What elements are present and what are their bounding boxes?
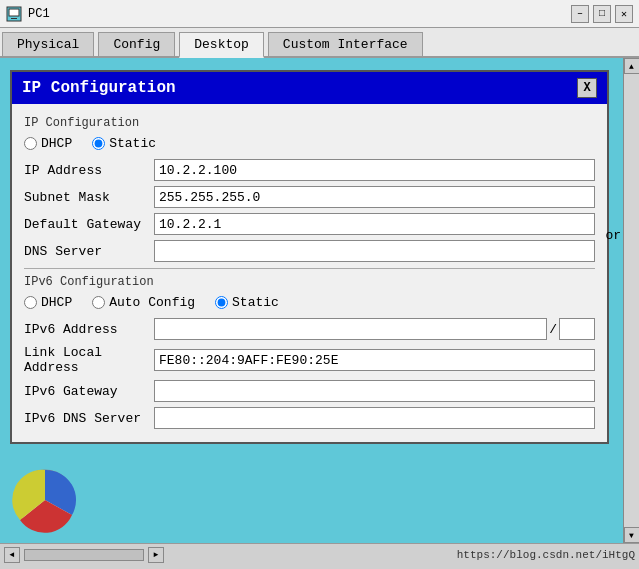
default-gateway-label: Default Gateway <box>24 217 154 232</box>
dialog-title-bar: IP Configuration X <box>12 72 607 104</box>
or-label: or <box>605 228 621 243</box>
tab-custom-interface[interactable]: Custom Interface <box>268 32 423 56</box>
status-scroll-right-button[interactable]: ► <box>148 547 164 563</box>
ipv4-radio-row: DHCP Static <box>24 136 595 151</box>
ip-address-input[interactable] <box>154 159 595 181</box>
subnet-mask-label: Subnet Mask <box>24 190 154 205</box>
close-button[interactable]: ✕ <box>615 5 633 23</box>
ipv6-gateway-row: IPv6 Gateway <box>24 380 595 402</box>
title-bar: PC1 – □ ✕ <box>0 0 639 28</box>
minimize-button[interactable]: – <box>571 5 589 23</box>
scroll-down-button[interactable]: ▼ <box>624 527 640 543</box>
dns-server-input[interactable] <box>154 240 595 262</box>
ip-address-row: IP Address <box>24 159 595 181</box>
pie-chart <box>10 465 80 535</box>
ipv4-dhcp-option[interactable]: DHCP <box>24 136 72 151</box>
ipv6-radio-row: DHCP Auto Config Static <box>24 295 595 310</box>
section-divider <box>24 268 595 269</box>
ipv6-autoconfig-option[interactable]: Auto Config <box>92 295 195 310</box>
ipv6-slash: / <box>547 322 559 337</box>
tab-bar: Physical Config Desktop Custom Interface <box>0 28 639 58</box>
svg-rect-1 <box>9 9 19 16</box>
tab-physical[interactable]: Physical <box>2 32 94 56</box>
ip-address-label: IP Address <box>24 163 154 178</box>
ipv6-dhcp-radio[interactable] <box>24 296 37 309</box>
ipv4-dhcp-label: DHCP <box>41 136 72 151</box>
status-url: https://blog.csdn.net/iHtgQ <box>457 549 635 561</box>
ipv6-static-label: Static <box>232 295 279 310</box>
dialog-body: IP Configuration DHCP Static IP Address … <box>12 104 607 442</box>
tab-config[interactable]: Config <box>98 32 175 56</box>
ipv6-dns-server-label: IPv6 DNS Server <box>24 411 154 426</box>
default-gateway-input[interactable] <box>154 213 595 235</box>
ipv6-autoconfig-radio[interactable] <box>92 296 105 309</box>
ipv6-dhcp-label: DHCP <box>41 295 72 310</box>
dns-server-row: DNS Server <box>24 240 595 262</box>
ipv6-static-option[interactable]: Static <box>215 295 279 310</box>
ipv4-dhcp-radio[interactable] <box>24 137 37 150</box>
status-scroll-left-button[interactable]: ◄ <box>4 547 20 563</box>
status-scroll-track[interactable] <box>24 549 144 561</box>
dns-server-label: DNS Server <box>24 244 154 259</box>
link-local-address-row: Link Local Address <box>24 345 595 375</box>
ipv6-autoconfig-label: Auto Config <box>109 295 195 310</box>
default-gateway-row: Default Gateway <box>24 213 595 235</box>
ipv6-static-radio[interactable] <box>215 296 228 309</box>
dialog-close-button[interactable]: X <box>577 78 597 98</box>
scroll-track[interactable] <box>624 74 639 527</box>
dialog-title-text: IP Configuration <box>22 79 176 97</box>
scroll-up-button[interactable]: ▲ <box>624 58 640 74</box>
maximize-button[interactable]: □ <box>593 5 611 23</box>
ipv6-address-row: IPv6 Address / <box>24 318 595 340</box>
ipv6-gateway-input[interactable] <box>154 380 595 402</box>
status-bar: ◄ ► https://blog.csdn.net/iHtgQ <box>0 543 639 565</box>
ipv6-dhcp-option[interactable]: DHCP <box>24 295 72 310</box>
ip-configuration-dialog: IP Configuration X IP Configuration DHCP… <box>10 70 609 444</box>
window-controls: – □ ✕ <box>571 5 633 23</box>
subnet-mask-input[interactable] <box>154 186 595 208</box>
ipv6-section-label: IPv6 Configuration <box>24 275 595 289</box>
link-local-address-input[interactable] <box>154 349 595 371</box>
right-scrollbar: ▲ ▼ <box>623 58 639 543</box>
subnet-mask-row: Subnet Mask <box>24 186 595 208</box>
link-local-address-label: Link Local Address <box>24 345 154 375</box>
ipv6-gateway-label: IPv6 Gateway <box>24 384 154 399</box>
ipv6-dns-server-input[interactable] <box>154 407 595 429</box>
app-icon <box>6 6 22 22</box>
svg-rect-2 <box>11 18 17 19</box>
ipv6-address-label: IPv6 Address <box>24 322 154 337</box>
ipv4-static-option[interactable]: Static <box>92 136 156 151</box>
ipv6-address-input[interactable] <box>154 318 547 340</box>
ipv6-dns-server-row: IPv6 DNS Server <box>24 407 595 429</box>
main-area: IP Configuration X IP Configuration DHCP… <box>0 58 639 543</box>
ipv4-static-label: Static <box>109 136 156 151</box>
ipv4-static-radio[interactable] <box>92 137 105 150</box>
tab-desktop[interactable]: Desktop <box>179 32 264 58</box>
ipv4-section-label: IP Configuration <box>24 116 595 130</box>
ipv6-prefix-length-input[interactable] <box>559 318 595 340</box>
status-bar-scroll: ◄ ► <box>4 547 164 563</box>
window-title: PC1 <box>28 7 50 21</box>
